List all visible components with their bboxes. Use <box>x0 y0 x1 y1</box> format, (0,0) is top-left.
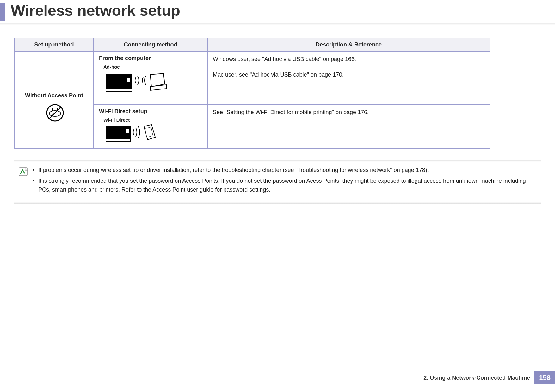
cell-desc-2: See "Setting the Wi-Fi Direct for mobile… <box>207 105 490 149</box>
note-box: If problems occur during wireless set up… <box>14 160 541 204</box>
svg-rect-9 <box>106 138 131 142</box>
cell-desc-1a: Windows user, see "Ad hoc via USB cable"… <box>207 52 490 67</box>
page-number: 158 <box>534 371 555 384</box>
cell-setup-method: Without Access Point <box>15 52 94 149</box>
page-title-bar: Wireless network setup <box>0 0 555 21</box>
wifidirect-label: Wi-Fi Direct <box>103 117 160 123</box>
svg-line-1 <box>49 107 61 119</box>
adhoc-label: Ad-hoc <box>103 64 167 70</box>
th-description: Description & Reference <box>207 38 490 52</box>
page-footer: 2. Using a Network-Connected Machine 158 <box>423 371 555 384</box>
setup-method-label: Without Access Point <box>20 92 88 99</box>
cell-desc-1b: Mac user, see "Ad hoc via USB cable" on … <box>207 67 490 105</box>
note-icon <box>18 166 31 196</box>
printer-laptop-icon <box>103 71 167 93</box>
svg-rect-7 <box>127 78 130 82</box>
note-list: If problems occur during wireless set up… <box>31 166 535 196</box>
svg-rect-6 <box>106 89 132 92</box>
footer-chapter: 2. Using a Network-Connected Machine <box>423 375 530 381</box>
adhoc-illustration: Ad-hoc <box>103 64 202 95</box>
wifidirect-illustration: Wi-Fi Direct <box>103 117 202 144</box>
printer-phone-icon <box>103 124 160 143</box>
no-access-point-icon <box>43 103 65 124</box>
note-shadow-bottom <box>14 202 541 204</box>
page-title: Wireless network setup <box>11 0 180 19</box>
note-item-1: If problems occur during wireless set up… <box>31 166 535 175</box>
th-connecting: Connecting method <box>94 38 207 52</box>
cell-connecting-1: From the computer Ad-hoc <box>94 52 207 105</box>
content-area: Set up method Connecting method Descript… <box>0 25 555 204</box>
setup-table: Set up method Connecting method Descript… <box>14 38 490 149</box>
connecting-label-1: From the computer <box>99 55 202 62</box>
svg-rect-10 <box>126 129 129 133</box>
note-item-2: It is strongly recommended that you set … <box>31 177 535 194</box>
connecting-label-2: Wi-Fi Direct setup <box>99 108 202 115</box>
title-accent <box>0 3 5 21</box>
cell-connecting-2: Wi-Fi Direct setup Wi-Fi Direct <box>94 105 207 149</box>
th-setup: Set up method <box>15 38 94 52</box>
